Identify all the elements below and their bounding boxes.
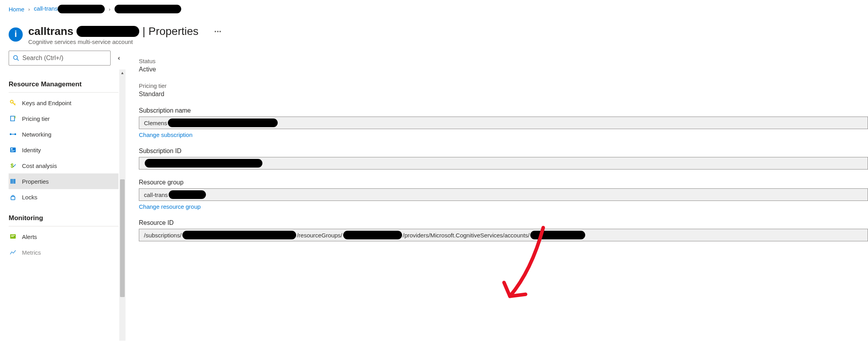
identity-icon	[9, 146, 16, 153]
chevron-right-icon: ›	[109, 6, 110, 12]
sidebar-item-properties[interactable]: Properties	[9, 173, 118, 189]
sidebar-item-locks[interactable]: Locks	[9, 189, 118, 205]
svg-rect-12	[13, 179, 14, 184]
sidebar-scrollbar[interactable]: ▲	[119, 69, 126, 341]
search-input[interactable]	[9, 51, 111, 66]
sidebar-item-label: Metrics	[22, 249, 41, 256]
sidebar-item-label: Cost analysis	[22, 162, 57, 169]
pricing-tier-label: Pricing tier	[139, 82, 868, 89]
breadcrumb-level2-redacted	[115, 5, 181, 13]
sidebar-item-label: Pricing tier	[22, 115, 50, 122]
resource-id-field[interactable]: /subscriptions/ /resourceGroups/ /provid…	[139, 229, 868, 241]
breadcrumb-home[interactable]: Home	[9, 6, 24, 13]
section-resource-management: Resource Management	[9, 77, 118, 93]
pricing-tier-value: Standard	[139, 91, 868, 98]
search-icon	[13, 55, 19, 61]
sidebar-item-pricing-tier[interactable]: Pricing tier	[9, 111, 118, 126]
cost-icon: $	[9, 162, 16, 169]
sidebar-item-label: Networking	[22, 131, 51, 138]
svg-point-0	[14, 56, 18, 60]
tag-icon	[9, 115, 16, 122]
info-icon: i	[9, 27, 23, 42]
scroll-up-icon[interactable]: ▲	[119, 69, 126, 76]
sidebar-item-cost-analysis[interactable]: $ Cost analysis	[9, 158, 118, 173]
search-field[interactable]	[22, 55, 106, 62]
sidebar-item-networking[interactable]: Networking	[9, 126, 118, 142]
sidebar-item-label: Keys and Endpoint	[22, 100, 71, 106]
sidebar-item-label: Properties	[22, 178, 49, 185]
resource-id-label: Resource ID	[139, 219, 868, 226]
lock-icon	[9, 193, 16, 201]
breadcrumb-level1[interactable]: call-trans	[34, 5, 105, 13]
sidebar: ‹‹ Resource Management Keys and Endpoint…	[0, 51, 126, 341]
svg-rect-13	[14, 179, 15, 184]
collapse-sidebar-button[interactable]: ‹‹	[118, 55, 119, 62]
network-icon	[9, 131, 16, 138]
subscription-id-label: Subscription ID	[139, 148, 868, 155]
sidebar-item-label: Identity	[22, 147, 41, 153]
scrollbar-thumb[interactable]	[120, 179, 125, 297]
sidebar-item-label: Locks	[22, 194, 37, 201]
alerts-icon	[9, 233, 16, 240]
subscription-name-label: Subscription name	[139, 107, 868, 114]
properties-icon	[9, 178, 16, 185]
svg-rect-7	[11, 148, 13, 150]
status-label: Status	[139, 58, 868, 64]
properties-panel: Status Active Pricing tier Standard Subs…	[126, 51, 868, 341]
svg-text:$: $	[11, 162, 14, 169]
page-title: calltrans | Properties ···	[28, 25, 221, 38]
metrics-icon	[9, 249, 16, 256]
change-subscription-link[interactable]: Change subscription	[139, 131, 193, 138]
subscription-id-field[interactable]	[139, 157, 868, 170]
svg-point-4	[10, 133, 11, 135]
svg-rect-3	[11, 116, 15, 121]
more-button[interactable]: ···	[214, 25, 221, 37]
section-monitoring: Monitoring	[9, 210, 118, 226]
svg-line-1	[17, 59, 19, 61]
sidebar-item-keys-endpoint[interactable]: Keys and Endpoint	[9, 95, 118, 111]
svg-rect-6	[10, 148, 16, 152]
sidebar-item-alerts[interactable]: Alerts	[9, 229, 118, 244]
change-resource-group-link[interactable]: Change resource group	[139, 203, 201, 210]
resource-type-label: Cognitive services multi-service account	[28, 38, 221, 45]
resource-group-label: Resource group	[139, 179, 868, 186]
sidebar-item-label: Alerts	[22, 233, 37, 240]
svg-rect-16	[11, 235, 15, 236]
svg-rect-9	[11, 151, 14, 151]
resource-header: i calltrans | Properties ··· Cognitive s…	[0, 16, 868, 51]
subscription-name-field[interactable]: Clemens	[139, 117, 868, 129]
svg-rect-8	[11, 150, 15, 151]
svg-rect-17	[11, 236, 14, 237]
sidebar-item-identity[interactable]: Identity	[9, 142, 118, 158]
chevron-right-icon: ›	[28, 6, 30, 12]
svg-rect-14	[11, 197, 15, 200]
svg-point-5	[15, 133, 16, 135]
resource-group-field[interactable]: call-trans	[139, 188, 868, 201]
status-value: Active	[139, 66, 868, 73]
sidebar-item-metrics[interactable]: Metrics	[9, 244, 118, 260]
svg-rect-11	[11, 179, 12, 184]
key-icon	[9, 99, 16, 106]
breadcrumb: Home › call-trans ›	[0, 0, 868, 16]
